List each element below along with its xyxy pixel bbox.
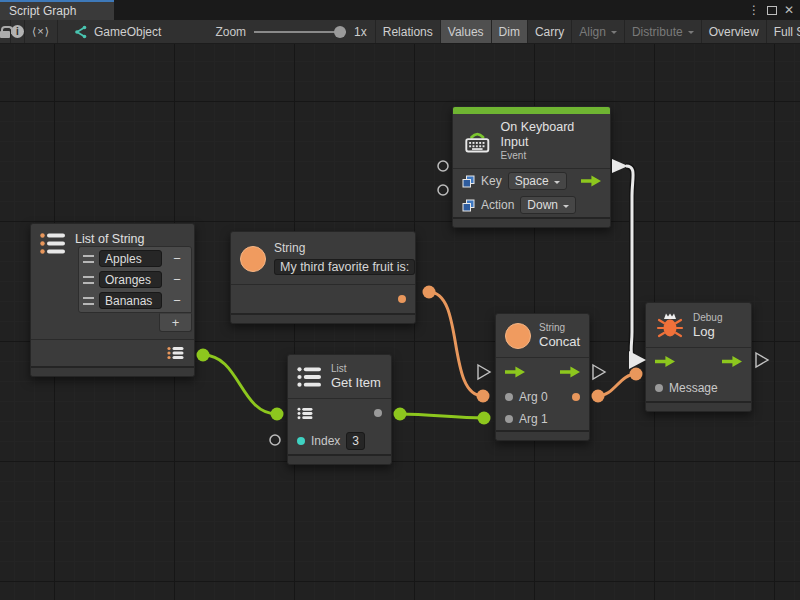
overview-button[interactable]: Overview bbox=[702, 20, 767, 43]
gameobject-selector[interactable]: GameObject bbox=[58, 20, 171, 43]
wire-list-to-getitem[interactable] bbox=[203, 355, 277, 414]
list-icon bbox=[40, 232, 67, 255]
values-button[interactable]: Values bbox=[441, 20, 492, 43]
node-list-of-string[interactable]: List of String Apples − Oranges − bbox=[30, 223, 195, 377]
result-output-port-icon[interactable] bbox=[572, 393, 580, 401]
node-footer bbox=[646, 401, 751, 411]
lock-button[interactable] bbox=[0, 20, 11, 43]
dim-button[interactable]: Dim bbox=[492, 20, 528, 43]
close-icon[interactable]: ✕ bbox=[784, 4, 794, 16]
graph-toolbar: i ⟨×⟩ GameObject Zoom 1x Relations Value… bbox=[0, 20, 800, 44]
tab-script-graph[interactable]: Script Graph bbox=[0, 0, 114, 20]
remove-item-button[interactable]: − bbox=[167, 272, 187, 287]
zoom-label: Zoom bbox=[215, 25, 246, 39]
list-item-field[interactable]: Oranges bbox=[99, 271, 162, 288]
menu-icon[interactable]: ⋮ bbox=[748, 4, 760, 16]
maximize-icon[interactable] bbox=[767, 6, 777, 15]
node-footer bbox=[31, 366, 194, 376]
visual-scripting-window: Script Graph ⋮ ✕ i ⟨×⟩ GameObject Zoom bbox=[0, 0, 800, 600]
info-button[interactable]: i bbox=[11, 20, 25, 43]
script-graph-icon bbox=[72, 24, 88, 40]
action-dropdown[interactable]: Down bbox=[520, 196, 576, 214]
string-type-icon bbox=[505, 323, 531, 349]
control-input-arrow-icon[interactable] bbox=[655, 355, 675, 368]
event-accent-bar bbox=[453, 107, 610, 114]
arg1-port-label: Arg 1 bbox=[519, 412, 548, 426]
log-message-input-port[interactable] bbox=[630, 368, 643, 381]
getitem-item-output-port[interactable] bbox=[394, 408, 407, 421]
node-debug-log[interactable]: Debug Log Message bbox=[645, 302, 752, 412]
index-value-field[interactable]: 3 bbox=[346, 432, 365, 450]
concat-control-input-nub[interactable] bbox=[478, 365, 490, 379]
key-dropdown[interactable]: Space bbox=[508, 172, 567, 190]
node-title: Log bbox=[693, 324, 722, 339]
node-category: List bbox=[331, 363, 381, 375]
string-output-port-icon[interactable] bbox=[398, 295, 406, 303]
zoom-slider-track bbox=[254, 31, 346, 33]
control-wire-start-arrow bbox=[612, 159, 628, 173]
control-output-arrow-icon[interactable] bbox=[722, 355, 742, 368]
string-type-icon bbox=[240, 246, 266, 272]
node-get-item[interactable]: List Get Item Index 3 bbox=[287, 354, 392, 465]
node-subtitle: Event bbox=[501, 150, 601, 162]
add-item-button[interactable]: + bbox=[159, 313, 192, 332]
gameobject-label: GameObject bbox=[94, 25, 161, 39]
align-dropdown[interactable]: Align bbox=[572, 20, 625, 43]
concat-result-output-port[interactable] bbox=[592, 390, 605, 403]
relations-button[interactable]: Relations bbox=[376, 20, 441, 43]
zoom-slider[interactable] bbox=[254, 26, 346, 38]
code-preview-button[interactable]: ⟨×⟩ bbox=[25, 20, 58, 43]
log-control-output-nub[interactable] bbox=[756, 353, 768, 367]
node-concat[interactable]: String Concat Arg 0 A bbox=[495, 313, 590, 441]
wire-concat-to-log-message[interactable] bbox=[598, 374, 636, 396]
list-item: Bananas − bbox=[81, 290, 189, 311]
distribute-dropdown[interactable]: Distribute bbox=[625, 20, 702, 43]
concat-arg1-input-port[interactable] bbox=[478, 412, 491, 425]
drag-handle-icon[interactable] bbox=[83, 255, 94, 263]
node-category: String bbox=[539, 322, 580, 334]
list-item-field[interactable]: Apples bbox=[99, 250, 162, 267]
arg1-port-icon[interactable] bbox=[505, 415, 513, 423]
wire-keyboard-to-log-control[interactable] bbox=[626, 166, 641, 360]
concat-arg0-input-port[interactable] bbox=[477, 390, 490, 403]
message-port-icon[interactable] bbox=[655, 384, 663, 392]
control-output-arrow-icon[interactable] bbox=[581, 175, 601, 188]
node-on-keyboard-input[interactable]: On Keyboard Input Event Key Space bbox=[452, 106, 611, 228]
zoom-control: Zoom 1x bbox=[207, 20, 375, 43]
keyboard-action-port-nub[interactable] bbox=[438, 185, 448, 195]
node-title: Get Item bbox=[331, 375, 381, 390]
node-footer bbox=[288, 454, 391, 464]
control-output-arrow-icon[interactable] bbox=[560, 366, 580, 379]
control-input-arrow-icon[interactable] bbox=[505, 366, 525, 379]
keyboard-key-port-nub[interactable] bbox=[438, 161, 448, 171]
item-output-port-icon[interactable] bbox=[374, 409, 382, 417]
list-output-icon[interactable] bbox=[167, 346, 185, 360]
index-port-icon[interactable] bbox=[297, 437, 305, 445]
arg0-port-label: Arg 0 bbox=[519, 390, 548, 404]
getitem-index-port-nub[interactable] bbox=[270, 435, 280, 445]
full-screen-button[interactable]: Full Screen bbox=[767, 20, 800, 43]
concat-control-output-nub[interactable] bbox=[593, 365, 605, 379]
node-title: List of String bbox=[75, 232, 144, 246]
getitem-list-input-port[interactable] bbox=[271, 408, 284, 421]
drag-handle-icon[interactable] bbox=[83, 297, 94, 305]
arg0-port-icon[interactable] bbox=[505, 393, 513, 401]
list-output-port[interactable] bbox=[197, 349, 210, 362]
node-string-literal[interactable]: String My third favorite fruit is: bbox=[230, 231, 416, 324]
list-icon bbox=[297, 366, 323, 388]
node-title: On Keyboard Input bbox=[501, 120, 601, 150]
remove-item-button[interactable]: − bbox=[167, 293, 187, 308]
list-item-field[interactable]: Bananas bbox=[99, 292, 162, 309]
wire-getitem-to-concat-arg1[interactable] bbox=[400, 414, 484, 418]
drag-handle-icon[interactable] bbox=[83, 276, 94, 284]
carry-button[interactable]: Carry bbox=[528, 20, 572, 43]
wire-string-to-concat-arg0[interactable] bbox=[429, 292, 483, 396]
string-value-field[interactable]: My third favorite fruit is: bbox=[274, 259, 415, 275]
remove-item-button[interactable]: − bbox=[167, 251, 187, 266]
graph-canvas[interactable]: On Keyboard Input Event Key Space bbox=[0, 44, 800, 600]
zoom-slider-handle[interactable] bbox=[334, 26, 346, 38]
key-port-label: Key bbox=[481, 174, 502, 188]
string-output-port[interactable] bbox=[423, 286, 436, 299]
list-input-icon[interactable] bbox=[297, 407, 314, 420]
node-footer bbox=[496, 430, 589, 440]
